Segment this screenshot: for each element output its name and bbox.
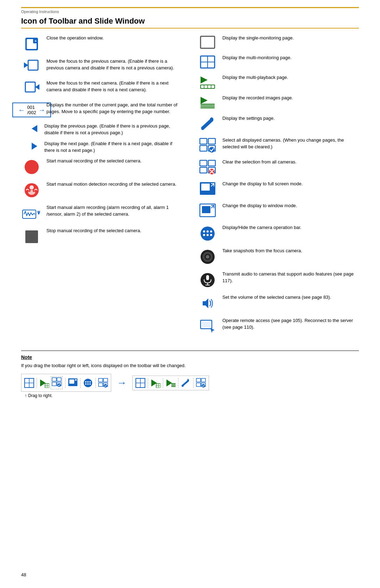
- svg-rect-4: [28, 60, 38, 70]
- svg-rect-38: [200, 146, 207, 151]
- settings-desc: Display the settings page.: [222, 115, 359, 122]
- next-camera-desc: Move the focus to the next camera. (Enab…: [46, 80, 183, 93]
- multi-playback-desc: Display the multi-playback page.: [222, 74, 359, 81]
- window-mode-icon: [197, 203, 218, 219]
- drag-arrow-icon: →: [117, 377, 127, 389]
- svg-text:+: +: [34, 39, 37, 43]
- icon-row-stop-recording: Stop manual recording of the selected ca…: [21, 228, 183, 245]
- toolbar-play-icon: [39, 378, 49, 388]
- svg-marker-31: [201, 97, 208, 104]
- toolbar-before: [21, 374, 111, 392]
- stop-icon: [21, 228, 42, 245]
- toolbar-after-divider-3: [178, 378, 178, 388]
- svg-rect-49: [201, 184, 210, 191]
- svg-rect-82: [52, 382, 56, 386]
- svg-point-90: [87, 381, 89, 383]
- drag-label-row: ↑ Drag to right.: [21, 393, 359, 398]
- multi-playback-icon: [197, 74, 218, 89]
- toolbar-after-lines-icon: [166, 378, 176, 388]
- breadcrumb: Operating Instructions: [21, 10, 359, 14]
- toolbar-divider-2: [65, 378, 65, 388]
- note-text: If you drag the toolbar right or left, i…: [21, 363, 359, 368]
- svg-rect-42: [208, 160, 215, 166]
- single-monitor-desc: Display the single-monitoring page.: [222, 35, 359, 42]
- stop-recording-desc: Stop manual recording of the selected ca…: [46, 228, 183, 234]
- snapshot-desc: Take snapshots from the focus camera.: [222, 248, 359, 254]
- select-all-icon: [197, 137, 218, 153]
- svg-rect-52: [202, 206, 210, 213]
- alarm-recording-icon: [21, 204, 42, 222]
- svg-point-55: [203, 230, 205, 233]
- volume-desc: Set the volume of the selected camera (s…: [222, 294, 359, 301]
- svg-rect-43: [200, 167, 207, 173]
- motion-detection-icon: [21, 181, 42, 199]
- toolbar-divider-4: [95, 378, 96, 388]
- fullscreen-desc: Change the display to full screen mode.: [222, 181, 359, 187]
- recorded-images-icon: [197, 95, 218, 110]
- page-nav-icon: ← 001 /002 →: [21, 102, 42, 117]
- svg-rect-80: [52, 378, 56, 381]
- svg-point-57: [210, 230, 212, 233]
- icon-row-volume: Set the volume of the selected camera (s…: [197, 294, 359, 312]
- icon-row-alarm-recording: Start manual alarm recording (alarm reco…: [21, 204, 183, 222]
- toolbar-demo-container: →: [21, 374, 359, 392]
- svg-point-92: [85, 383, 87, 385]
- toolbar-sel-icon-2: [98, 378, 108, 388]
- svg-rect-71: [202, 322, 210, 327]
- icon-row-fullscreen: Change the display to full screen mode.: [197, 181, 359, 197]
- snapshot-icon: [197, 248, 218, 265]
- toolbar-after: [132, 376, 209, 390]
- svg-rect-41: [200, 160, 207, 166]
- next-camera-icon: [21, 80, 42, 96]
- svg-rect-97: [99, 383, 103, 386]
- audio-icon: [197, 271, 218, 289]
- toolbar-grid-icon: [24, 378, 34, 388]
- icon-row-multi-monitor: Display the multi-monitoring page.: [197, 55, 359, 69]
- drag-label-tick: ↑: [25, 393, 27, 398]
- icon-row-recorded-images: Display the recorded images page.: [197, 95, 359, 110]
- prev-page-desc: Display the previous page. (Enable if th…: [44, 123, 183, 136]
- toolbar-after-grid-icon: [135, 378, 145, 388]
- svg-marker-69: [203, 298, 208, 308]
- svg-marker-11: [32, 143, 37, 150]
- toolbar-after-select-icon: [196, 378, 206, 388]
- icon-row-prev-camera: Move the focus to the previous camera. (…: [21, 58, 183, 74]
- right-column: Display the single-monitoring page. Disp…: [197, 35, 359, 341]
- svg-point-93: [87, 383, 89, 385]
- svg-point-111: [182, 385, 184, 387]
- toolbar-cam-icon: [83, 378, 93, 388]
- toolbar-after-wrench-icon: [181, 378, 191, 388]
- toolbar-divider-1: [37, 378, 37, 388]
- remote-access-desc: Operate remote access (see page 105). Re…: [222, 317, 359, 331]
- svg-rect-113: [201, 378, 205, 382]
- page-nums: 001 /002: [27, 105, 36, 115]
- multi-monitor-icon: [197, 55, 218, 69]
- svg-point-60: [210, 234, 212, 236]
- next-page-desc: Display the next page. (Enable if there …: [44, 141, 183, 154]
- svg-point-58: [203, 234, 205, 236]
- svg-rect-22: [201, 36, 215, 48]
- svg-point-54: [201, 227, 215, 241]
- svg-point-12: [25, 160, 39, 174]
- page-title: Icon of Toolbar and Slide Window: [21, 17, 359, 29]
- svg-point-64: [206, 255, 209, 259]
- record-icon: [21, 158, 42, 175]
- multi-monitor-desc: Display the multi-monitoring page.: [222, 55, 359, 61]
- toolbar-after-divider-1: [148, 378, 148, 388]
- svg-marker-72: [210, 328, 215, 333]
- clear-selection-desc: Clear the selection from all cameras.: [222, 159, 359, 166]
- icon-row-audio: Transmit audio to cameras that support a…: [197, 271, 359, 289]
- window-mode-desc: Change the display to window mode.: [222, 203, 359, 209]
- sub-icon-row-prev-page: Display the previous page. (Enable if th…: [28, 123, 183, 136]
- toolbar-after-divider-2: [163, 378, 163, 388]
- svg-rect-7: [25, 82, 35, 92]
- toolbar-divider-3: [80, 378, 81, 388]
- prev-page-icon: [28, 123, 41, 134]
- svg-point-59: [207, 234, 209, 236]
- alarm-recording-desc: Start manual alarm recording (alarm reco…: [46, 204, 183, 218]
- svg-marker-26: [201, 76, 208, 83]
- svg-point-56: [207, 230, 209, 233]
- svg-marker-107: [166, 379, 172, 386]
- toolbar-fullscreen-icon: [68, 378, 78, 388]
- note-title: Note: [21, 354, 359, 360]
